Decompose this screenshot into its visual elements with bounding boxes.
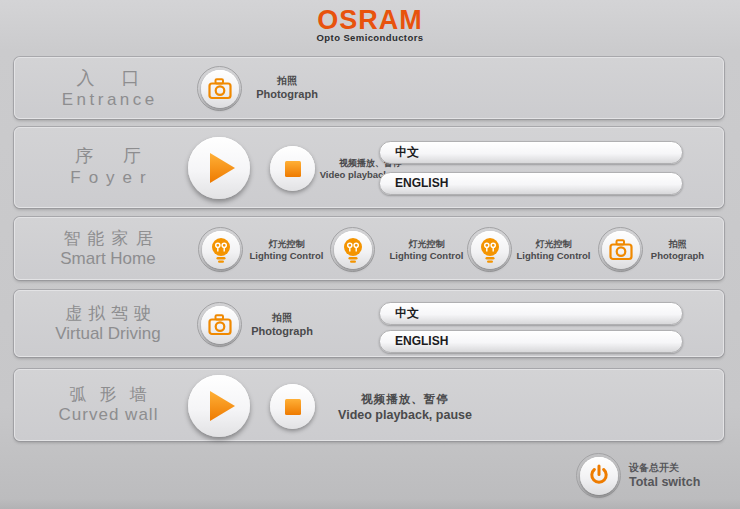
power-icon: [580, 457, 618, 495]
section-title-cn: 虚拟驾驶: [23, 304, 193, 324]
lighting-control-label-3: 灯光控制 Lighting Control: [511, 238, 596, 262]
video-playback-label: 视频播放、暂停 Video playback, pause: [325, 392, 485, 423]
play-icon: [207, 389, 237, 423]
lighting-control-button-1[interactable]: [198, 227, 243, 272]
camera-icon: [602, 231, 640, 269]
lamp-icon: [471, 231, 509, 269]
section-title-en: Foyer: [23, 168, 193, 188]
section-title-cn: 序厅: [23, 146, 193, 168]
lamp-icon: [334, 231, 372, 269]
stop-icon: [284, 160, 302, 178]
section-title: 弧形墙 Curved wall: [23, 385, 193, 426]
lighting-control-label-2: 灯光控制 Lighting Control: [384, 238, 469, 262]
foyer-language-english-button[interactable]: ENGLISH: [379, 172, 683, 195]
lamp-icon: [202, 231, 240, 269]
osram-control-panel: OSRAM Opto Semiconductors 入口 Entrance 拍照…: [0, 0, 740, 509]
section-title: 序厅 Foyer: [23, 146, 193, 188]
panel-curved-wall: 弧形墙 Curved wall 视频播放、暂停 Video playback, …: [14, 369, 724, 441]
total-switch-button[interactable]: [576, 453, 621, 498]
lighting-control-label-1: 灯光控制 Lighting Control: [244, 238, 329, 262]
camera-icon: [201, 70, 239, 108]
section-title: 入口 Entrance: [23, 68, 193, 110]
section-title-en: Virtual Driving: [23, 324, 193, 344]
photograph-label: 拍照 Photograph: [237, 74, 337, 101]
section-title-cn: 入口: [23, 68, 193, 90]
panel-virtual-driving: 虚拟驾驶 Virtual Driving 拍照 Photograph 中文 EN…: [14, 290, 724, 357]
virtual-driving-photograph-button[interactable]: [197, 302, 242, 347]
panel-entrance: 入口 Entrance 拍照 Photograph: [14, 57, 724, 119]
section-title-cn: 弧形墙: [23, 385, 193, 405]
section-title-en: Curved wall: [23, 405, 193, 425]
lighting-control-button-2[interactable]: [330, 227, 375, 272]
curved-wall-stop-button[interactable]: [270, 384, 315, 429]
panel-smart-home: 智能家居 Smart Home 灯光控制 Lighting Control: [14, 217, 724, 280]
photograph-label: 拍照 Photograph: [635, 238, 720, 262]
stop-icon: [284, 398, 302, 416]
total-switch-label: 设备总开关 Total switch: [629, 461, 700, 490]
section-title: 虚拟驾驶 Virtual Driving: [23, 304, 193, 345]
foyer-language-chinese-button[interactable]: 中文: [379, 141, 683, 164]
section-title: 智能家居 Smart Home: [23, 229, 193, 270]
section-title-cn: 智能家居: [23, 229, 193, 249]
play-icon: [207, 151, 237, 185]
camera-icon: [201, 306, 239, 344]
panel-foyer: 序厅 Foyer 视频播放、暂停 Video playback, pause 中…: [14, 127, 724, 208]
curved-wall-play-button[interactable]: [188, 375, 250, 437]
foyer-play-button[interactable]: [188, 137, 250, 199]
section-title-en: Entrance: [23, 90, 193, 110]
entrance-photograph-button[interactable]: [197, 66, 242, 111]
photograph-label: 拍照 Photograph: [237, 311, 327, 338]
lighting-control-button-3[interactable]: [467, 227, 512, 272]
osram-logo-subtitle: Opto Semiconductors: [0, 32, 740, 43]
section-title-en: Smart Home: [23, 249, 193, 269]
virtual-driving-language-english-button[interactable]: ENGLISH: [379, 330, 683, 353]
virtual-driving-language-chinese-button[interactable]: 中文: [379, 302, 683, 325]
